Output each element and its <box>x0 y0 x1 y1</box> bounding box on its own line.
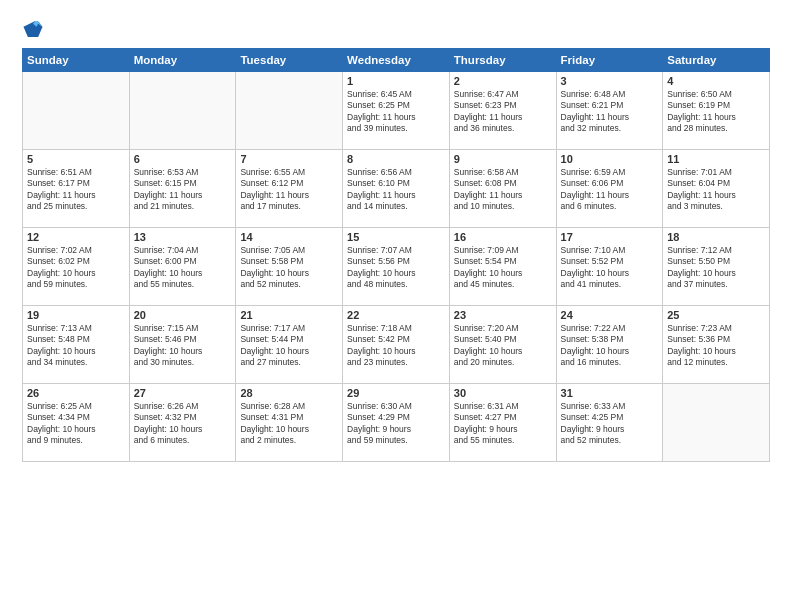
logo-icon <box>22 18 44 40</box>
day-number: 8 <box>347 153 445 165</box>
calendar-cell: 23Sunrise: 7:20 AM Sunset: 5:40 PM Dayli… <box>449 306 556 384</box>
day-number: 29 <box>347 387 445 399</box>
day-number: 17 <box>561 231 659 243</box>
day-info: Sunrise: 7:01 AM Sunset: 6:04 PM Dayligh… <box>667 167 765 213</box>
day-info: Sunrise: 6:50 AM Sunset: 6:19 PM Dayligh… <box>667 89 765 135</box>
day-number: 15 <box>347 231 445 243</box>
day-number: 21 <box>240 309 338 321</box>
calendar-header-saturday: Saturday <box>663 49 770 72</box>
calendar-cell: 17Sunrise: 7:10 AM Sunset: 5:52 PM Dayli… <box>556 228 663 306</box>
day-number: 3 <box>561 75 659 87</box>
calendar-cell: 2Sunrise: 6:47 AM Sunset: 6:23 PM Daylig… <box>449 72 556 150</box>
day-info: Sunrise: 7:04 AM Sunset: 6:00 PM Dayligh… <box>134 245 232 291</box>
calendar-cell: 20Sunrise: 7:15 AM Sunset: 5:46 PM Dayli… <box>129 306 236 384</box>
day-info: Sunrise: 6:58 AM Sunset: 6:08 PM Dayligh… <box>454 167 552 213</box>
day-number: 22 <box>347 309 445 321</box>
day-info: Sunrise: 6:56 AM Sunset: 6:10 PM Dayligh… <box>347 167 445 213</box>
day-number: 2 <box>454 75 552 87</box>
day-number: 1 <box>347 75 445 87</box>
day-number: 5 <box>27 153 125 165</box>
day-number: 25 <box>667 309 765 321</box>
calendar-cell: 5Sunrise: 6:51 AM Sunset: 6:17 PM Daylig… <box>23 150 130 228</box>
calendar-header-monday: Monday <box>129 49 236 72</box>
calendar-cell: 15Sunrise: 7:07 AM Sunset: 5:56 PM Dayli… <box>343 228 450 306</box>
calendar-cell <box>236 72 343 150</box>
calendar-cell: 10Sunrise: 6:59 AM Sunset: 6:06 PM Dayli… <box>556 150 663 228</box>
calendar-cell: 18Sunrise: 7:12 AM Sunset: 5:50 PM Dayli… <box>663 228 770 306</box>
calendar-cell: 9Sunrise: 6:58 AM Sunset: 6:08 PM Daylig… <box>449 150 556 228</box>
calendar-cell: 14Sunrise: 7:05 AM Sunset: 5:58 PM Dayli… <box>236 228 343 306</box>
calendar-cell: 31Sunrise: 6:33 AM Sunset: 4:25 PM Dayli… <box>556 384 663 462</box>
day-info: Sunrise: 7:23 AM Sunset: 5:36 PM Dayligh… <box>667 323 765 369</box>
day-number: 6 <box>134 153 232 165</box>
calendar-cell: 16Sunrise: 7:09 AM Sunset: 5:54 PM Dayli… <box>449 228 556 306</box>
day-number: 20 <box>134 309 232 321</box>
calendar-cell: 25Sunrise: 7:23 AM Sunset: 5:36 PM Dayli… <box>663 306 770 384</box>
day-number: 12 <box>27 231 125 243</box>
calendar-cell: 12Sunrise: 7:02 AM Sunset: 6:02 PM Dayli… <box>23 228 130 306</box>
day-info: Sunrise: 7:18 AM Sunset: 5:42 PM Dayligh… <box>347 323 445 369</box>
calendar-header-friday: Friday <box>556 49 663 72</box>
header <box>22 18 770 40</box>
calendar-cell: 7Sunrise: 6:55 AM Sunset: 6:12 PM Daylig… <box>236 150 343 228</box>
day-number: 28 <box>240 387 338 399</box>
calendar-cell: 22Sunrise: 7:18 AM Sunset: 5:42 PM Dayli… <box>343 306 450 384</box>
calendar-header-wednesday: Wednesday <box>343 49 450 72</box>
calendar-table: SundayMondayTuesdayWednesdayThursdayFrid… <box>22 48 770 462</box>
day-number: 24 <box>561 309 659 321</box>
calendar-cell: 3Sunrise: 6:48 AM Sunset: 6:21 PM Daylig… <box>556 72 663 150</box>
day-number: 18 <box>667 231 765 243</box>
day-number: 14 <box>240 231 338 243</box>
calendar-cell: 6Sunrise: 6:53 AM Sunset: 6:15 PM Daylig… <box>129 150 236 228</box>
day-number: 31 <box>561 387 659 399</box>
calendar-week-0: 1Sunrise: 6:45 AM Sunset: 6:25 PM Daylig… <box>23 72 770 150</box>
day-info: Sunrise: 7:09 AM Sunset: 5:54 PM Dayligh… <box>454 245 552 291</box>
day-number: 16 <box>454 231 552 243</box>
day-info: Sunrise: 7:20 AM Sunset: 5:40 PM Dayligh… <box>454 323 552 369</box>
day-info: Sunrise: 7:02 AM Sunset: 6:02 PM Dayligh… <box>27 245 125 291</box>
day-info: Sunrise: 7:15 AM Sunset: 5:46 PM Dayligh… <box>134 323 232 369</box>
day-info: Sunrise: 6:59 AM Sunset: 6:06 PM Dayligh… <box>561 167 659 213</box>
calendar-cell: 29Sunrise: 6:30 AM Sunset: 4:29 PM Dayli… <box>343 384 450 462</box>
day-number: 27 <box>134 387 232 399</box>
calendar-week-3: 19Sunrise: 7:13 AM Sunset: 5:48 PM Dayli… <box>23 306 770 384</box>
day-info: Sunrise: 7:13 AM Sunset: 5:48 PM Dayligh… <box>27 323 125 369</box>
day-number: 30 <box>454 387 552 399</box>
calendar-cell <box>23 72 130 150</box>
day-info: Sunrise: 6:45 AM Sunset: 6:25 PM Dayligh… <box>347 89 445 135</box>
calendar-cell: 19Sunrise: 7:13 AM Sunset: 5:48 PM Dayli… <box>23 306 130 384</box>
day-info: Sunrise: 7:10 AM Sunset: 5:52 PM Dayligh… <box>561 245 659 291</box>
day-info: Sunrise: 7:22 AM Sunset: 5:38 PM Dayligh… <box>561 323 659 369</box>
logo <box>22 18 48 40</box>
page: SundayMondayTuesdayWednesdayThursdayFrid… <box>0 0 792 612</box>
calendar-week-2: 12Sunrise: 7:02 AM Sunset: 6:02 PM Dayli… <box>23 228 770 306</box>
calendar-week-1: 5Sunrise: 6:51 AM Sunset: 6:17 PM Daylig… <box>23 150 770 228</box>
day-info: Sunrise: 7:17 AM Sunset: 5:44 PM Dayligh… <box>240 323 338 369</box>
day-number: 26 <box>27 387 125 399</box>
calendar-header-sunday: Sunday <box>23 49 130 72</box>
day-info: Sunrise: 6:48 AM Sunset: 6:21 PM Dayligh… <box>561 89 659 135</box>
calendar-cell: 4Sunrise: 6:50 AM Sunset: 6:19 PM Daylig… <box>663 72 770 150</box>
calendar-cell: 8Sunrise: 6:56 AM Sunset: 6:10 PM Daylig… <box>343 150 450 228</box>
calendar-header-row: SundayMondayTuesdayWednesdayThursdayFrid… <box>23 49 770 72</box>
day-number: 23 <box>454 309 552 321</box>
day-info: Sunrise: 7:07 AM Sunset: 5:56 PM Dayligh… <box>347 245 445 291</box>
calendar-header-thursday: Thursday <box>449 49 556 72</box>
day-info: Sunrise: 6:51 AM Sunset: 6:17 PM Dayligh… <box>27 167 125 213</box>
day-info: Sunrise: 6:25 AM Sunset: 4:34 PM Dayligh… <box>27 401 125 447</box>
day-number: 19 <box>27 309 125 321</box>
day-info: Sunrise: 6:26 AM Sunset: 4:32 PM Dayligh… <box>134 401 232 447</box>
calendar-cell: 24Sunrise: 7:22 AM Sunset: 5:38 PM Dayli… <box>556 306 663 384</box>
calendar-cell <box>129 72 236 150</box>
day-number: 4 <box>667 75 765 87</box>
calendar-cell <box>663 384 770 462</box>
day-info: Sunrise: 6:31 AM Sunset: 4:27 PM Dayligh… <box>454 401 552 447</box>
day-info: Sunrise: 7:05 AM Sunset: 5:58 PM Dayligh… <box>240 245 338 291</box>
day-info: Sunrise: 6:28 AM Sunset: 4:31 PM Dayligh… <box>240 401 338 447</box>
day-info: Sunrise: 6:53 AM Sunset: 6:15 PM Dayligh… <box>134 167 232 213</box>
calendar-cell: 27Sunrise: 6:26 AM Sunset: 4:32 PM Dayli… <box>129 384 236 462</box>
day-info: Sunrise: 6:47 AM Sunset: 6:23 PM Dayligh… <box>454 89 552 135</box>
day-info: Sunrise: 6:30 AM Sunset: 4:29 PM Dayligh… <box>347 401 445 447</box>
day-info: Sunrise: 7:12 AM Sunset: 5:50 PM Dayligh… <box>667 245 765 291</box>
day-info: Sunrise: 6:55 AM Sunset: 6:12 PM Dayligh… <box>240 167 338 213</box>
